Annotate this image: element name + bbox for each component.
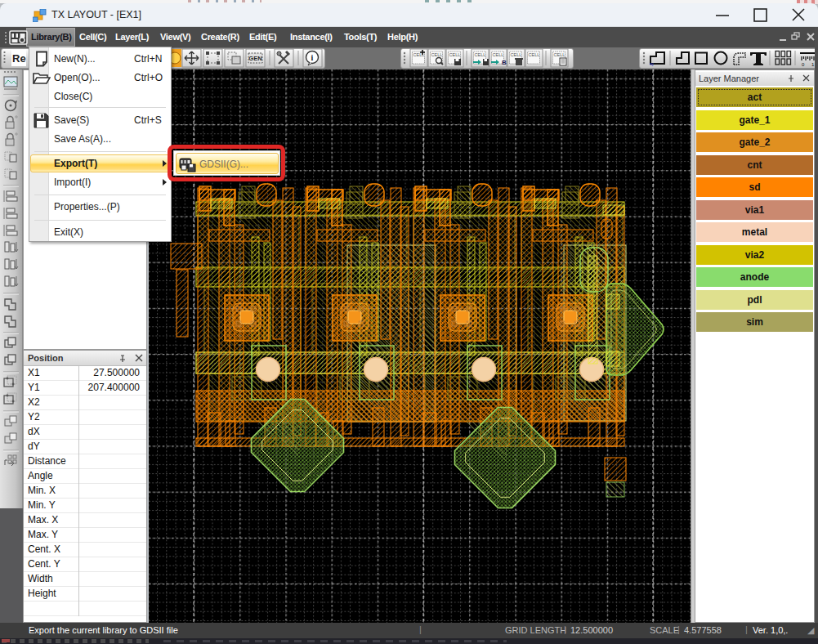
svg-text:0: 0 (802, 62, 805, 67)
svg-text:xy: xy (650, 61, 655, 66)
svg-text:CELL: CELL (431, 52, 443, 57)
svg-text:i: i (311, 53, 314, 62)
svg-text:CELL: CELL (511, 52, 522, 57)
svg-text:CELL: CELL (529, 52, 540, 57)
svg-text:CELL: CELL (475, 52, 486, 57)
svg-text:GEN: GEN (248, 55, 261, 62)
svg-text:CELL: CELL (554, 52, 565, 57)
svg-text:CELL: CELL (493, 52, 504, 57)
svg-text:B: B (502, 59, 507, 66)
svg-text:CELL: CELL (449, 52, 461, 57)
